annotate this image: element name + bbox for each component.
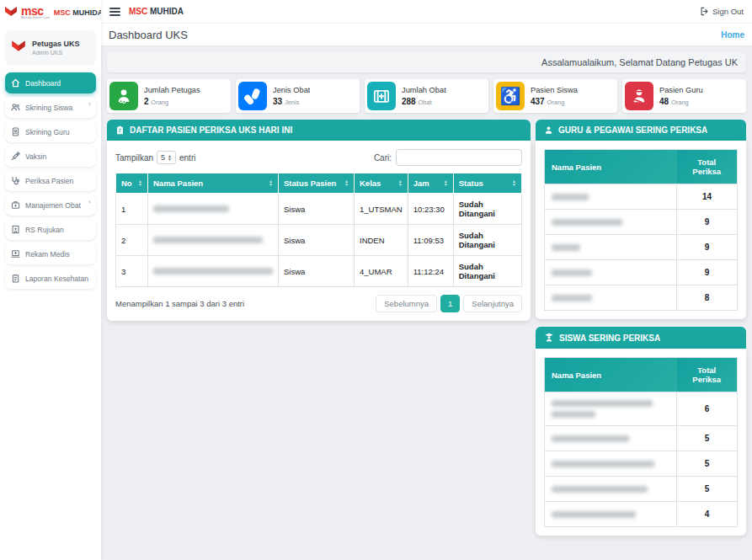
column-header-jam[interactable]: Jam▲▼ [408,173,453,194]
table-row: 5 [545,426,738,451]
column-header-nama-pasien[interactable]: Nama Pasien▲▼ [148,173,279,194]
stat-cards-row: Jumlah Petugas 2 Orang Jenis Obat 33 Jen… [107,79,746,113]
column-header-no[interactable]: No▲▼ [116,173,148,194]
stat-card-jumlah-obat[interactable]: Jumlah Obat 288 Obat [365,79,488,113]
msc-logo-icon [3,4,19,21]
redacted-name [545,235,677,260]
siswa-column-nama: Nama Pasien [545,358,677,392]
first-aid-kit-icon [367,82,396,110]
msc-logo-wordmark: msc Muhida Smart Card [21,5,50,20]
guru-table: Nama Pasien Total Periksa 14 9 9 9 8 [544,149,738,311]
page-length-select[interactable]: 5 ▲▼ [157,151,176,164]
daftar-pasien-header: DAFTAR PASIEN PERIKSA UKS HARI INI [107,120,531,141]
column-header-status[interactable]: Status▲▼ [453,173,521,194]
clipboard-icon [115,125,125,135]
table-row: 9 [545,260,738,285]
sort-icon: ▲▼ [444,179,448,186]
siswa-sering-periksa-panel: SISWA SERING PERIKSA Nama Pasien Total P… [536,327,746,536]
profile-role: Admin UKS [32,50,80,56]
table-row: 1 Siswa 1_UTSMAN 10:23:30 Sudah Ditangan… [116,194,522,225]
sidebar: msc Muhida Smart Card MSC MUHIDA Petugas… [0,0,101,560]
redacted-name [545,285,677,311]
sidebar-item-dashboard[interactable]: Dashboard [5,72,96,93]
status-badge: Sudah Ditangani [453,256,521,287]
siswa-column-total: Total Periksa [677,358,738,392]
redacted-name [545,260,677,285]
redacted-name [545,502,677,527]
student-icon [544,333,554,343]
select-caret-icon: ▲▼ [168,154,172,161]
siswa-table: Nama Pasien Total Periksa 6 5 5 5 4 [544,357,738,527]
column-header-status-pasien[interactable]: Status Pasien▲▼ [279,173,355,194]
page-length-control: Tampilkan 5 ▲▼ entri [115,151,195,164]
search-input[interactable] [396,149,522,166]
sidebar-item-skrining-siswa[interactable]: Skrining Siswa ‹ [5,97,96,118]
redacted-name [148,194,279,225]
sidebar-item-laporan-kesehatan[interactable]: Laporan Kesehatan [5,268,96,289]
sidebar-menu: Dashboard Skrining Siswa ‹ Skrining Guru… [0,69,101,292]
table-row: 8 [545,285,738,311]
pagination-next-button[interactable]: Selanjutnya [463,295,522,312]
user-profile-card[interactable]: Petugas UKS Admin UKS [5,30,96,64]
table-row: 9 [545,210,738,235]
chevron-left-icon: ‹ [88,198,91,205]
sidebar-brand-text: MSC MUHIDA [54,8,101,17]
redacted-name [545,392,677,426]
stat-card-pasien-guru[interactable]: Pasien Guru 48 Orang [622,79,746,113]
top-navbar: MSC MUHIDA Sign Out [101,0,752,24]
breadcrumb-home-link[interactable]: Home [721,30,744,40]
sidebar-item-periksa-pasien[interactable]: Periksa Pasien [5,170,96,191]
sidebar-item-rekam-medis[interactable]: Rekam Medis [5,243,96,264]
sign-out-button[interactable]: Sign Out [700,7,744,16]
title-bar: Dashboard UKS Home [101,24,752,46]
table-row: 3 Siswa 4_UMAR 11:12:24 Sudah Ditangani [116,256,522,287]
sort-icon: ▲▼ [344,179,349,186]
sidebar-brand[interactable]: msc Muhida Smart Card MSC MUHIDA [0,0,101,25]
sort-icon: ▲▼ [398,179,403,186]
sort-icon: ▲▼ [138,179,142,186]
menu-toggle-icon[interactable] [109,8,120,16]
guru-panel-header: GURU & PEGAWAI SERING PERIKSA [536,120,746,141]
table-info: Menampilkan 1 sampai 3 dari 3 entri [115,299,244,308]
table-row: 14 [545,184,738,210]
stat-card-pasien-siswa[interactable]: ♿ Pasien Siswa 437 Orang [493,79,617,113]
table-row: 4 [545,502,738,527]
table-row: 6 [545,392,738,426]
pagination-page-1-button[interactable]: 1 [440,295,460,312]
table-row: 5 [545,477,738,502]
sidebar-item-rs-rujukan[interactable]: RS Rujukan [5,219,96,240]
capsules-icon [238,82,267,110]
table-row: 5 [545,451,738,477]
status-badge: Sudah Ditangani [453,225,521,256]
medicine-box-icon [11,200,20,210]
guru-sering-periksa-panel: GURU & PEGAWAI SERING PERIKSA Nama Pasie… [536,120,746,319]
profile-name: Petugas UKS [32,40,80,48]
user-icon [544,125,553,135]
redacted-name [545,451,677,477]
redacted-name [545,477,677,502]
status-badge: Sudah Ditangani [453,194,521,225]
daftar-pasien-table: No▲▼ Nama Pasien▲▼ Status Pasien▲▼ Kelas… [115,173,522,287]
pagination-previous-button[interactable]: Sebelumnya [376,295,437,312]
sidebar-item-skrining-guru[interactable]: Skrining Guru [5,121,96,142]
redacted-name [148,225,279,256]
medical-record-icon [11,249,20,259]
navbar-brand[interactable]: MSC MUHIDA [129,7,184,16]
home-icon [11,78,20,88]
pagination: Sebelumnya 1 Selanjutnya [376,295,522,312]
stethoscope-icon [11,176,20,185]
redacted-name [545,184,677,210]
siswa-panel-header: SISWA SERING PERIKSA [536,327,746,349]
daftar-pasien-panel: DAFTAR PASIEN PERIKSA UKS HARI INI Tampi… [107,120,531,321]
stat-card-jumlah-petugas[interactable]: Jumlah Petugas 2 Orang [107,79,231,113]
stat-card-jenis-obat[interactable]: Jenis Obat 33 Jenis [236,79,360,113]
column-header-kelas[interactable]: Kelas▲▼ [355,173,408,194]
sidebar-item-vaksin[interactable]: Vaksin [5,146,96,167]
sign-out-icon [700,7,709,16]
table-row: 9 [545,235,738,260]
guru-column-total: Total Periksa [677,150,738,184]
clipboard-icon [11,274,20,283]
sidebar-item-manajemen-obat[interactable]: Manajemen Obat ‹ [5,195,96,216]
hospital-icon [11,225,20,234]
sort-icon: ▲▼ [512,179,516,186]
